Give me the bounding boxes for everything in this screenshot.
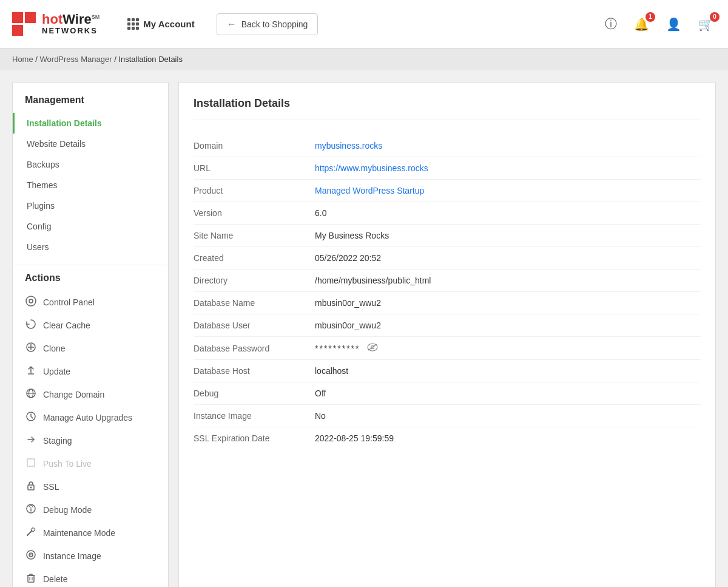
detail-label-directory: Directory: [194, 276, 315, 285]
breadcrumb: Home / WordPress Manager / Installation …: [0, 49, 728, 70]
detail-row-created: Created 05/26/2022 20:52: [194, 247, 701, 270]
action-manage-auto-upgrades[interactable]: Manage Auto Upgrades: [13, 406, 168, 429]
action-label: Clone: [43, 344, 66, 353]
detail-row-db-name: Database Name mbusin0or_wwu2: [194, 292, 701, 314]
ssl-icon: [25, 480, 37, 494]
action-label: Update: [43, 367, 70, 376]
action-label: Push To Live: [43, 459, 92, 469]
sidebar-item-themes[interactable]: Themes: [13, 175, 168, 195]
action-clone[interactable]: Clone: [13, 337, 168, 360]
action-label: Instance Image: [43, 551, 101, 561]
detail-value-product[interactable]: Managed WordPress Startup: [315, 186, 701, 195]
sidebar-item-config[interactable]: Config: [13, 216, 168, 237]
detail-label-db-name: Database Name: [194, 298, 315, 308]
action-clear-cache[interactable]: Clear Cache: [13, 314, 168, 337]
cart-button[interactable]: 🛒 0: [696, 15, 716, 34]
detail-label-product: Product: [194, 186, 315, 195]
breadcrumb-wordpress-manager[interactable]: WordPress Manager: [40, 55, 112, 64]
action-label: Staging: [43, 436, 72, 446]
back-shopping-label: Back to Shopping: [241, 19, 308, 29]
action-update[interactable]: Update: [13, 360, 168, 383]
sidebar-item-label: Installation Details: [27, 118, 102, 128]
action-maintenance-mode[interactable]: Maintenance Mode: [13, 521, 168, 545]
action-label: Manage Auto Upgrades: [43, 413, 132, 422]
my-account-label: My Account: [143, 19, 194, 29]
breadcrumb-home[interactable]: Home: [12, 55, 33, 64]
detail-row-site-name: Site Name My Business Rocks: [194, 225, 701, 247]
sidebar-divider: [13, 265, 168, 265]
logo-area: hotWireSM NETWORKS: [12, 12, 99, 36]
my-account-button[interactable]: My Account: [118, 13, 204, 35]
grid-icon: [127, 18, 138, 30]
sidebar: Management Installation Details Website …: [12, 82, 169, 587]
update-icon: [25, 365, 37, 378]
detail-value-url[interactable]: https://www.mybusiness.rocks: [315, 163, 701, 173]
action-instance-image[interactable]: Instance Image: [13, 545, 168, 568]
sidebar-item-label: Plugins: [27, 201, 55, 211]
detail-value-debug: Off: [315, 389, 701, 398]
user-icon: 👤: [666, 18, 681, 31]
detail-value-ssl-expiration: 2022-08-25 19:59:59: [315, 433, 701, 443]
detail-label-site-name: Site Name: [194, 231, 315, 240]
svg-point-16: [30, 507, 32, 509]
detail-row-db-user: Database User mbusin0or_wwu2: [194, 314, 701, 337]
detail-value-domain[interactable]: mybusiness.rocks: [315, 141, 701, 151]
action-delete[interactable]: Delete: [13, 568, 168, 587]
notifications-button[interactable]: 🔔 1: [632, 15, 652, 34]
action-debug-mode[interactable]: Debug Mode: [13, 498, 168, 521]
back-to-shopping-button[interactable]: ← Back to Shopping: [217, 13, 318, 35]
detail-label-created: Created: [194, 253, 315, 263]
svg-point-21: [30, 554, 32, 555]
main-layout: Management Installation Details Website …: [0, 70, 728, 587]
details-table: Domain mybusiness.rocks URL https://www.…: [194, 135, 701, 449]
action-staging[interactable]: Staging: [13, 429, 168, 452]
header-right: ⓘ 🔔 1 👤 🛒 0: [602, 13, 716, 35]
detail-label-domain: Domain: [194, 141, 315, 151]
user-button[interactable]: 👤: [664, 15, 684, 34]
detail-value-site-name: My Business Rocks: [315, 231, 701, 240]
action-label: Control Panel: [43, 297, 95, 307]
detail-value-instance-image: No: [315, 411, 701, 421]
help-button[interactable]: ⓘ: [602, 13, 619, 35]
detail-label-instance-image: Instance Image: [194, 411, 315, 421]
sidebar-item-users[interactable]: Users: [13, 237, 168, 257]
detail-label-version: Version: [194, 208, 315, 218]
sidebar-item-label: Users: [27, 242, 49, 252]
sidebar-item-installation-details[interactable]: Installation Details: [13, 113, 168, 134]
sidebar-nav: Installation Details Website Details Bac…: [13, 113, 168, 257]
detail-label-db-user: Database User: [194, 321, 315, 330]
detail-row-db-password: Database Password **********: [194, 337, 701, 360]
detail-row-version: Version 6.0: [194, 202, 701, 225]
detail-label-ssl-expiration: SSL Expiration Date: [194, 433, 315, 443]
sidebar-item-website-details[interactable]: Website Details: [13, 134, 168, 154]
svg-line-17: [27, 531, 32, 535]
action-label: SSL: [43, 482, 59, 492]
logo-sq-4: [25, 25, 36, 36]
show-password-icon[interactable]: [367, 343, 378, 353]
logo-text: hotWireSM NETWORKS: [42, 12, 99, 35]
action-ssl[interactable]: SSL: [13, 475, 168, 498]
detail-value-db-name: mbusin0or_wwu2: [315, 298, 701, 308]
action-control-panel[interactable]: Control Panel: [13, 291, 168, 314]
svg-rect-22: [28, 575, 34, 582]
svg-point-1: [29, 299, 33, 303]
detail-label-url: URL: [194, 163, 315, 173]
action-label: Maintenance Mode: [43, 528, 115, 538]
sidebar-item-label: Themes: [27, 180, 58, 190]
logo-sq-1: [12, 12, 23, 23]
actions-title: Actions: [13, 273, 168, 291]
svg-point-0: [26, 296, 36, 306]
detail-value-db-user: mbusin0or_wwu2: [315, 321, 701, 330]
action-label: Change Domain: [43, 390, 104, 399]
sidebar-item-backups[interactable]: Backups: [13, 154, 168, 175]
clear-cache-icon: [25, 319, 37, 332]
action-change-domain[interactable]: Change Domain: [13, 383, 168, 406]
detail-label-debug: Debug: [194, 389, 315, 398]
action-label: Debug Mode: [43, 505, 92, 515]
instance-image-icon: [25, 549, 37, 563]
breadcrumb-sep-1: /: [35, 55, 39, 64]
sidebar-item-plugins[interactable]: Plugins: [13, 195, 168, 216]
sidebar-item-label: Config: [27, 222, 51, 231]
clone-icon: [25, 342, 37, 355]
back-arrow-icon: ←: [227, 19, 237, 30]
